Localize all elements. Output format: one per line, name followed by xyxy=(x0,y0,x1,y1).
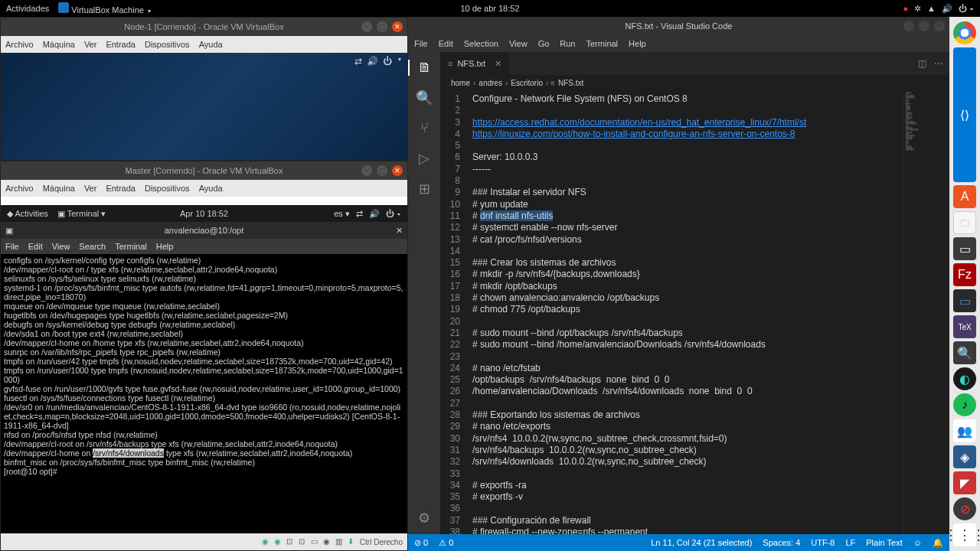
dock-app3[interactable]: ⊘ xyxy=(953,497,976,520)
maximize-button[interactable]: ▢ xyxy=(919,21,929,31)
guest-gnome-bar: ◆ Activities ▣ Terminal ▾ Apr 10 18:52 e… xyxy=(1,205,407,222)
close-button[interactable]: ✕ xyxy=(392,165,403,176)
close-button[interactable]: ✕ xyxy=(934,21,945,31)
menu-item[interactable]: Ayuda xyxy=(199,184,223,193)
dock-tex[interactable]: TeX xyxy=(953,315,976,338)
menu-item[interactable]: Terminal xyxy=(115,242,147,251)
status-encoding[interactable]: UTF-8 xyxy=(811,538,835,548)
status-feedback-icon[interactable]: ☺ xyxy=(913,538,922,548)
maximize-button[interactable]: ▢ xyxy=(377,165,387,176)
extensions-icon[interactable]: ⊞ xyxy=(419,181,430,197)
explorer-icon[interactable]: 🗎 xyxy=(408,60,440,76)
code-content[interactable]: Configure - Network File System (NFS) on… xyxy=(468,90,903,534)
dock-screenshot[interactable]: ▭ xyxy=(953,237,976,260)
menu-item[interactable]: File xyxy=(414,39,428,48)
terminal-app-menu[interactable]: ▣ Terminal ▾ xyxy=(57,209,106,219)
menu-item[interactable]: Archivo xyxy=(5,184,34,193)
menu-item[interactable]: Máquina xyxy=(43,40,75,49)
menu-item[interactable]: Terminal xyxy=(586,39,619,48)
dock-monitor[interactable]: ▭ xyxy=(953,289,976,312)
status-warnings[interactable]: ⚠ 0 xyxy=(439,538,453,548)
status-bell-icon[interactable]: 🔔 xyxy=(933,538,943,548)
minimize-button[interactable]: – xyxy=(361,165,372,176)
dock-vscode[interactable]: ⟨⟩ xyxy=(953,47,976,182)
menu-item[interactable]: Archivo xyxy=(5,40,34,49)
close-tab-icon[interactable]: ✕ xyxy=(495,59,501,69)
terminal-icon: ▣ xyxy=(5,226,13,236)
minimize-button[interactable]: – xyxy=(903,21,914,31)
dock-app1[interactable]: ◐ xyxy=(953,367,976,390)
window-title[interactable]: Node-1 [Corriendo] - Oracle VM VirtualBo… xyxy=(1,18,407,36)
menu-item[interactable]: Ayuda xyxy=(199,40,223,49)
menu-item[interactable]: Search xyxy=(79,242,106,251)
menu-item[interactable]: Edit xyxy=(439,39,453,48)
dock-virtualbox[interactable]: ◈ xyxy=(953,445,976,468)
menu-item[interactable]: View xyxy=(509,39,528,48)
activities-button[interactable]: Actividades xyxy=(6,4,49,13)
record-icon[interactable]: ● xyxy=(903,4,908,13)
virtualbox-icon xyxy=(58,2,69,13)
menu-item[interactable]: Dispositivos xyxy=(145,184,190,193)
power-icon[interactable]: ⏻ ▾ xyxy=(386,209,401,219)
menu-item[interactable]: Help xyxy=(629,39,646,48)
menu-item[interactable]: Dispositivos xyxy=(145,40,190,49)
menu-item[interactable]: Ver xyxy=(84,40,97,49)
dock-logs[interactable]: 🔍 xyxy=(953,341,976,364)
status-bar: ⊘ 0 ⚠ 0 Ln 11, Col 24 (21 selected) Spac… xyxy=(408,534,949,551)
menu-item[interactable]: File xyxy=(5,242,19,251)
minimap[interactable]: ████████████████████████████████████████… xyxy=(903,90,949,534)
tab-nfs[interactable]: ≡ NFS.txt ✕ xyxy=(440,52,510,75)
status-spaces[interactable]: Spaces: 4 xyxy=(763,538,800,548)
menu-item[interactable]: Entrada xyxy=(106,184,136,193)
guest-clock[interactable]: Apr 10 18:52 xyxy=(180,209,228,218)
volume-icon[interactable]: 🔊 xyxy=(942,4,952,14)
dock-chrome[interactable] xyxy=(953,21,976,44)
app-menu[interactable]: VirtualBox Machine ▾ xyxy=(58,2,151,15)
dock-ubuntu-software[interactable]: A xyxy=(953,185,976,208)
menu-item[interactable]: Edit xyxy=(28,242,43,251)
window-title[interactable]: Master [Corriendo] - Oracle VM VirtualBo… xyxy=(1,161,407,180)
status-lang[interactable]: Plain Text xyxy=(866,538,903,548)
close-button[interactable]: ✕ xyxy=(392,21,403,32)
minimize-button[interactable]: – xyxy=(361,21,372,32)
editor-tabs: ≡ NFS.txt ✕ ◫ ⋯ xyxy=(440,52,949,75)
close-icon[interactable]: ✕ xyxy=(396,226,403,236)
status-eol[interactable]: LF xyxy=(845,538,855,548)
activities-button[interactable]: ◆ Activities xyxy=(7,209,48,219)
menu-item[interactable]: Go xyxy=(538,39,550,48)
vm-display[interactable]: ⇄🔊⏻▾ xyxy=(1,53,407,160)
terminal-output[interactable]: configfs on /sys/kernel/config type conf… xyxy=(1,254,407,542)
dock-show-apps[interactable]: ⋮⋮⋮ xyxy=(953,523,976,546)
status-errors[interactable]: ⊘ 0 xyxy=(414,538,428,548)
menu-item[interactable]: View xyxy=(52,242,70,251)
gear-icon[interactable]: ⚙ xyxy=(418,510,430,527)
editor[interactable]: 1234567891011121314151617181920212223242… xyxy=(440,90,949,534)
vscode-titlebar[interactable]: NFS.txt - Visual Studio Code – ▢ ✕ xyxy=(408,17,949,35)
vm-window-master: Master [Corriendo] - Oracle VM VirtualBo… xyxy=(0,161,408,551)
dock-files[interactable]: 🗀 xyxy=(953,211,976,234)
dock-filezilla[interactable]: Fz xyxy=(953,263,976,286)
source-control-icon[interactable]: ⑂ xyxy=(420,120,429,136)
dock-spotify[interactable]: ♪ xyxy=(953,393,976,416)
menu-item[interactable]: Run xyxy=(560,39,575,48)
dock-teams[interactable]: 👥 xyxy=(953,419,976,442)
usb-icon: ⊡ xyxy=(286,537,296,546)
breadcrumb[interactable]: home › andres › Escritorio › ≡ NFS.txt xyxy=(440,75,949,90)
lang-indicator[interactable]: es ▾ xyxy=(334,209,350,219)
split-editor-icon[interactable]: ◫ xyxy=(918,58,926,69)
search-icon[interactable]: 🔍 xyxy=(416,90,433,106)
status-cursor[interactable]: Ln 11, Col 24 (21 selected) xyxy=(651,538,752,548)
run-debug-icon[interactable]: ▷ xyxy=(419,150,430,167)
power-icon[interactable]: ⏻ ▾ xyxy=(959,4,974,13)
menu-item[interactable]: Ver xyxy=(84,184,97,193)
more-actions-icon[interactable]: ⋯ xyxy=(934,58,943,69)
dock-app2[interactable]: ◤ xyxy=(953,471,976,494)
maximize-button[interactable]: ▢ xyxy=(377,21,387,32)
menu-item[interactable]: Selection xyxy=(464,39,498,48)
menu-item[interactable]: Entrada xyxy=(106,40,136,49)
clock[interactable]: 10 de abr 18:52 xyxy=(460,4,519,13)
network-icon[interactable]: ▲ xyxy=(927,4,936,13)
terminal-titlebar[interactable]: ▣ anvalenciao@10:/opt ✕ xyxy=(1,222,407,239)
menu-item[interactable]: Máquina xyxy=(43,184,75,193)
menu-item[interactable]: Help xyxy=(156,242,174,251)
